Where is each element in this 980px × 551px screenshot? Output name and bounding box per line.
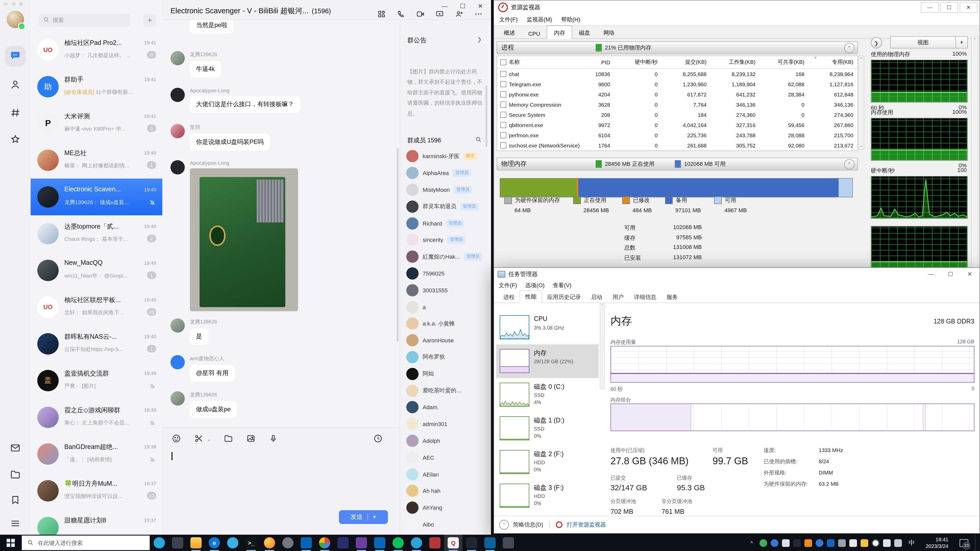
member-row[interactable]: a.k.a. 小黄蜂 <box>400 315 488 332</box>
member-row[interactable]: karminski-牙医 群主 <box>400 148 488 165</box>
taskbar-app-button[interactable] <box>371 535 389 551</box>
conversation-item[interactable]: 🍀明日方舟MuM... 19:37 澄宝我闹钟没设可以设... 10 <box>30 472 162 509</box>
add-member-icon[interactable] <box>455 10 463 21</box>
message-bubble[interactable]: @星羽 有用 <box>190 365 234 382</box>
view-dropdown-button[interactable]: 视图 ▼ <box>890 36 968 48</box>
taskbar-app-button[interactable]: Q <box>444 535 463 551</box>
minimize-button[interactable]: — <box>921 268 941 280</box>
process-row[interactable]: perfmon.exe 6104 0 225,736 243,788 28,08… <box>497 130 858 140</box>
message-bubble[interactable]: 大佬们这是什么接口，有转接板嘛？ <box>190 96 300 113</box>
collapse-chevron-icon[interactable]: ⌃ <box>844 159 854 169</box>
nav-menu-button[interactable] <box>5 514 25 535</box>
sidebar-item-disk1[interactable]: 磁盘 1 (D:) SSD 0% <box>496 412 599 445</box>
menu-item[interactable]: 文件(F) <box>499 281 517 289</box>
member-row[interactable]: 爱吃茶叶蛋的茶猫 <box>400 382 488 399</box>
member-row[interactable]: 阿灿 <box>400 365 488 383</box>
sidebar-item-memory[interactable]: 内存 28/128 GB (22%) <box>496 345 599 378</box>
messages-scrollbar[interactable] <box>396 148 399 342</box>
taskbar-app-button[interactable]: e <box>205 535 224 551</box>
close-button[interactable]: ✕ <box>478 3 483 10</box>
close-button[interactable]: ✕ <box>960 268 980 280</box>
taskmgr-tab[interactable]: 进程 <box>498 291 520 303</box>
column-working-set[interactable]: 工作集(KB) <box>711 59 760 66</box>
conversation-item[interactable]: 助 群助手 19:41 [@全体成员] 11个群聊有新... <box>30 68 162 105</box>
process-row[interactable]: chat 10836 0 8,255,688 8,239,132 168 8,2… <box>497 69 858 79</box>
tray-icon[interactable] <box>771 539 778 547</box>
message-bubble[interactable]: 你是说做成U盘吗装PE吗 <box>190 134 270 151</box>
send-dropdown-chevron[interactable]: ▼ <box>372 515 376 519</box>
process-row[interactable]: qbittorrent.exe 9972 0 4,042,164 327,316… <box>497 120 858 130</box>
avatar[interactable] <box>170 51 185 65</box>
taskmgr-tab[interactable]: 启动 <box>586 291 608 303</box>
summary-view-toggle[interactable]: 简略信息(D) <box>513 521 543 529</box>
tray-icon[interactable] <box>861 539 868 547</box>
maximize-button[interactable]: ☐ <box>940 2 958 13</box>
process-row[interactable]: Memory Compression 3628 0 7,764 346,136 … <box>497 100 858 110</box>
screen-share-icon[interactable] <box>435 10 444 21</box>
checkbox[interactable] <box>500 122 506 128</box>
nav-collections-button[interactable] <box>5 491 25 511</box>
taskbar-app-button[interactable] <box>297 535 315 551</box>
maximize-button[interactable]: ☐ <box>941 268 960 280</box>
nav-favorites-button[interactable] <box>5 130 25 151</box>
send-button[interactable]: 发送 ▼ <box>339 510 388 524</box>
more-icon[interactable] <box>474 10 483 21</box>
tray-icon[interactable] <box>816 539 823 547</box>
process-table-scrollbar[interactable]: ⌃⌄ <box>858 56 864 149</box>
menu-item[interactable]: 帮助(H) <box>561 16 580 23</box>
collapse-chevron-icon[interactable]: ⌃ <box>844 43 854 53</box>
taskbar-app-button[interactable] <box>279 535 297 551</box>
member-row[interactable]: sincerity 管理员 <box>400 232 488 248</box>
resmon-tab[interactable]: 内存 <box>547 25 572 39</box>
taskbar-app-button[interactable] <box>499 535 517 551</box>
add-chat-button[interactable]: + <box>143 14 156 27</box>
minimize-button[interactable]: — <box>442 3 448 10</box>
group-apps-icon[interactable] <box>377 10 386 21</box>
tray-icon[interactable] <box>782 539 790 547</box>
checkbox[interactable] <box>500 71 506 77</box>
nav-mail-button[interactable] <box>5 439 25 459</box>
message-bubble[interactable]: 是 <box>190 328 208 345</box>
conversation-item[interactable]: ME总社 19:40 椿菜： 网上好像都说剧情... 1 <box>30 142 162 179</box>
member-row[interactable]: AhYang <box>400 499 488 516</box>
collapse-circle-icon[interactable]: ⌃ <box>499 520 509 530</box>
taskbar-search-input[interactable]: 在此键入进行搜索 <box>21 535 150 551</box>
video-call-icon[interactable] <box>416 10 425 21</box>
column-shareable[interactable]: 可共享(KB) <box>759 59 808 66</box>
column-name[interactable]: 名称 <box>509 59 587 66</box>
message-bubble[interactable]: 当然是pe啦 <box>190 19 234 34</box>
conversation-item[interactable]: New_MacQQ 19:40 win11_Nian华： @Simpl... 1 <box>30 252 162 289</box>
sidebar-scrollbar[interactable]: ⌃ <box>600 303 605 389</box>
maximize-button[interactable]: ☐ <box>460 3 466 10</box>
sidebar-item-disk2[interactable]: 磁盘 2 (F:) HDD 0% <box>496 445 599 479</box>
sidebar-item-disk3[interactable]: 磁盘 3 (F:) HDD 0% <box>496 479 599 513</box>
taskmgr-tab[interactable]: 应用历史记录 <box>542 291 586 303</box>
checkbox[interactable] <box>500 112 506 118</box>
scissors-dropdown-chevron[interactable]: ⌄ <box>207 437 210 442</box>
tray-icon[interactable] <box>793 539 801 547</box>
process-row[interactable]: pythonw.exe 4204 0 617,872 641,232 28,38… <box>497 89 858 100</box>
taskbar-app-button[interactable] <box>463 535 481 551</box>
tray-icon[interactable] <box>850 539 857 547</box>
menu-item[interactable]: 监视器(M) <box>527 16 552 23</box>
member-row[interactable]: Adolph <box>400 432 488 449</box>
nav-contacts-button[interactable] <box>5 76 25 96</box>
checkbox[interactable] <box>500 81 506 87</box>
history-clock-icon[interactable] <box>373 433 383 445</box>
tray-icon[interactable] <box>883 539 891 547</box>
conversation-item[interactable]: Electronic Scaven... 19:40 龙腾139626： 做成u… <box>30 179 162 215</box>
avatar[interactable] <box>170 318 185 333</box>
taskmgr-tab[interactable]: 详细信息 <box>629 291 662 303</box>
taskbar-app-button[interactable]: >_ <box>242 535 260 551</box>
member-search-icon[interactable] <box>475 136 482 145</box>
checkbox[interactable] <box>500 142 506 148</box>
members-scrollbar[interactable] <box>485 86 487 147</box>
taskbar-clock[interactable]: 19:41 2023/3/24 <box>921 536 953 550</box>
member-row[interactable]: Aibo <box>400 516 488 533</box>
avatar[interactable] <box>170 160 185 175</box>
checkbox[interactable] <box>500 132 506 138</box>
microphone-icon[interactable] <box>268 433 278 445</box>
screenshot-scissors-icon[interactable] <box>194 433 204 445</box>
tray-icon[interactable] <box>838 539 846 547</box>
sidebar-item-cpu[interactable]: CPU 3% 3.08 GHz <box>496 311 599 345</box>
